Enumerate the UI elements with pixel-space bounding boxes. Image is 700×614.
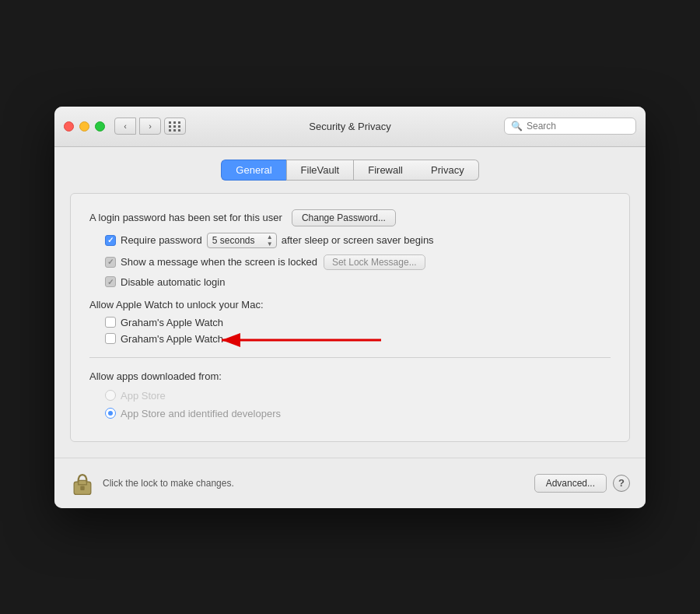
apple-watch-checkbox-1[interactable] [105,317,116,328]
apple-watch-checkbox-2[interactable] [105,333,116,344]
allow-apps-title: Allow apps downloaded from: [89,370,611,382]
traffic-lights [64,121,105,132]
help-button[interactable]: ? [613,475,630,492]
bottom-right-controls: Advanced... ? [534,474,630,493]
apple-watch-title: Allow Apple Watch to unlock your Mac: [89,299,264,311]
search-input[interactable] [527,121,629,132]
svg-rect-3 [79,480,87,484]
grid-button[interactable] [164,118,186,135]
apple-watch-item-2: Graham's Apple Watch [89,333,611,345]
require-password-row: Require password 5 seconds ▲ ▼ after sle… [89,233,611,248]
lock-text: Click the lock to make changes. [103,478,234,489]
require-password-checkbox[interactable] [105,235,116,246]
search-icon: 🔍 [511,121,523,132]
app-store-developers-label: App Store and identified developers [121,408,281,419]
red-arrow-annotation [214,330,385,350]
change-password-button[interactable]: Change Password... [292,209,396,226]
minimize-button[interactable] [79,121,89,132]
after-sleep-text: after sleep or screen saver begins [282,234,434,246]
nav-buttons: ‹ › [114,118,161,135]
main-window: ‹ › Security & Privacy 🔍 General FileVau… [54,107,646,508]
bottom-bar: Click the lock to make changes. Advanced… [54,458,646,508]
show-message-label: Show a message when the screen is locked [121,256,317,268]
lock-icon[interactable] [70,469,95,497]
password-timing-dropdown[interactable]: 5 seconds ▲ ▼ [207,233,277,248]
require-password-label: Require password [121,234,202,246]
show-message-row: Show a message when the screen is locked… [89,254,611,270]
forward-button[interactable]: › [139,118,161,135]
svg-rect-4 [80,486,84,489]
show-message-checkbox[interactable] [105,257,116,268]
app-store-label: App Store [121,390,166,402]
apple-watch-items: Graham's Apple Watch Graham's Apple Watc… [89,317,611,345]
app-store-radio-row: App Store [89,390,611,402]
tab-filevault[interactable]: FileVault [286,160,354,181]
close-button[interactable] [64,121,74,132]
login-password-text: A login password has been set for this u… [89,212,282,223]
set-lock-message-button[interactable]: Set Lock Message... [324,254,425,270]
tabs-bar: General FileVault Firewall Privacy [70,160,630,181]
disable-login-label: Disable automatic login [121,276,225,288]
app-store-developers-radio-row: App Store and identified developers [89,408,611,419]
settings-panel: A login password has been set for this u… [70,193,630,442]
apple-watch-item-1: Graham's Apple Watch [89,317,611,328]
advanced-button[interactable]: Advanced... [534,474,607,493]
section-divider [89,357,611,358]
app-store-developers-radio[interactable] [105,408,116,419]
back-button[interactable]: ‹ [114,118,136,135]
app-store-radio[interactable] [105,390,116,401]
titlebar: ‹ › Security & Privacy 🔍 [54,107,646,147]
apple-watch-title-row: Allow Apple Watch to unlock your Mac: [89,299,611,311]
disable-login-checkbox[interactable] [105,276,116,287]
window-title: Security & Privacy [309,121,390,132]
tab-privacy[interactable]: Privacy [417,160,479,181]
search-box[interactable]: 🔍 [504,118,636,135]
content-area: General FileVault Firewall Privacy A log… [54,147,646,458]
login-password-row: A login password has been set for this u… [89,209,611,226]
disable-login-row: Disable automatic login [89,276,611,288]
tab-firewall[interactable]: Firewall [353,160,417,181]
maximize-button[interactable] [95,121,105,132]
allow-apps-section: Allow apps downloaded from: App Store Ap… [89,370,611,419]
apple-watch-section: Allow Apple Watch to unlock your Mac: Gr… [89,299,611,345]
apple-watch-label-2: Graham's Apple Watch [121,333,223,345]
apple-watch-label-1: Graham's Apple Watch [121,317,223,328]
dropdown-arrow-icon: ▲ ▼ [267,233,273,247]
tab-general[interactable]: General [221,160,285,181]
